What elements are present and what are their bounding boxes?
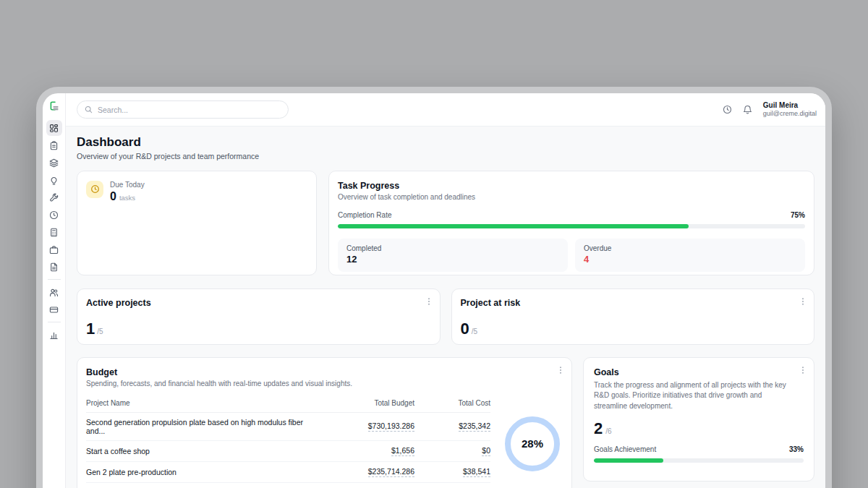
goals-progress-fill xyxy=(594,458,663,463)
page-content: Dashboard Overview of your R&D projects … xyxy=(66,127,825,488)
billing-card-icon xyxy=(49,305,59,314)
project-at-risk-total: /5 xyxy=(472,328,477,335)
app-window: V1.0 Guil Meira guil@creme.digita xyxy=(36,87,832,488)
budget-table-row[interactable]: Start a coffee shop $1,656 $0 xyxy=(86,441,490,462)
tasks-clipboard-icon xyxy=(49,141,59,150)
sidebar-item-portfolio[interactable] xyxy=(46,241,62,257)
completed-label: Completed xyxy=(346,244,559,252)
creme-logo-icon xyxy=(48,100,60,112)
page-header: Dashboard Overview of your R&D projects … xyxy=(77,135,814,160)
completion-rate-value: 75% xyxy=(791,211,805,219)
topbar: Guil Meira guil@creme.digital xyxy=(66,93,825,127)
sidebar-item-calculator[interactable] xyxy=(46,224,62,240)
goals-subtitle: Track the progress and alignment of all … xyxy=(594,380,804,412)
project-name: Second generation propulsion plate based… xyxy=(86,418,320,435)
tools-wrench-icon xyxy=(49,193,59,202)
overdue-stat-box: Overdue 4 xyxy=(575,239,805,272)
goals-total: /6 xyxy=(605,427,611,435)
active-projects-value: 1 xyxy=(86,321,95,337)
project-at-risk-value: 0 xyxy=(461,321,469,337)
main-area: Guil Meira guil@creme.digital Dashboard … xyxy=(66,93,825,488)
goals-card: Goals Track the progress and alignment o… xyxy=(583,357,814,481)
budget-subtitle: Spending, forecasts, and financial healt… xyxy=(86,380,563,388)
goals-achievement-label: Goals Achievement xyxy=(594,445,656,453)
projects-layers-icon xyxy=(49,158,59,168)
sidebar-item-projects[interactable] xyxy=(46,155,62,171)
topbar-actions: Guil Meira guil@creme.digital xyxy=(723,100,817,119)
completion-progress-bar xyxy=(338,224,805,228)
sidebar-divider xyxy=(48,279,61,280)
sidebar-nav xyxy=(46,119,62,343)
budget-table-row[interactable]: Gen 2 plate pre-production $235,714.286 … xyxy=(86,462,490,483)
user-email: guil@creme.digital xyxy=(763,110,817,119)
kebab-menu-icon[interactable] xyxy=(556,365,566,375)
budget-usage-ring: 28% xyxy=(505,416,560,471)
sidebar-item-tools[interactable] xyxy=(46,189,62,205)
col-total-budget: Total Budget xyxy=(374,399,414,407)
sidebar-item-ideas[interactable] xyxy=(46,172,62,188)
kebab-menu-icon[interactable] xyxy=(798,296,808,307)
total-budget-value[interactable]: $730,193.286 xyxy=(368,421,414,432)
goals-progress-bar xyxy=(594,458,804,463)
completed-value: 12 xyxy=(346,254,559,265)
completion-progress-fill xyxy=(338,224,689,228)
history-clock-icon[interactable] xyxy=(723,105,732,114)
sidebar-item-tasks[interactable] xyxy=(46,137,62,153)
sidebar-item-billing[interactable] xyxy=(46,301,62,317)
task-progress-card: Task Progress Overview of task completio… xyxy=(328,171,814,275)
sidebar-item-dashboard[interactable] xyxy=(46,120,62,136)
col-total-cost: Total Cost xyxy=(459,399,490,407)
overdue-value: 4 xyxy=(584,254,796,265)
search-input[interactable] xyxy=(98,106,281,114)
kebab-menu-icon[interactable] xyxy=(424,296,434,307)
budget-card: Budget Spending, forecasts, and financia… xyxy=(77,357,572,488)
task-progress-subtitle: Overview of task completion and deadline… xyxy=(338,193,805,201)
time-clock-icon xyxy=(49,210,59,220)
budget-title: Budget xyxy=(86,367,563,377)
kebab-menu-icon[interactable] xyxy=(798,365,808,375)
due-today-body: Due Today 0 tasks xyxy=(110,181,145,203)
goals-title: Goals xyxy=(594,367,804,377)
dashboard-grid-icon xyxy=(49,124,59,133)
app-window-inner: V1.0 Guil Meira guil@creme.digita xyxy=(43,93,825,488)
project-name: Start a coffee shop xyxy=(86,447,320,455)
col-project-name: Project Name xyxy=(86,399,320,407)
search-box[interactable] xyxy=(77,100,289,119)
page-subtitle: Overview of your R&D projects and team p… xyxy=(77,152,814,160)
active-projects-title: Active projects xyxy=(86,298,431,308)
total-cost-value[interactable]: $0 xyxy=(482,446,490,456)
sidebar-item-reports[interactable] xyxy=(46,327,62,343)
user-menu[interactable]: Guil Meira guil@creme.digital xyxy=(763,100,817,119)
sidebar-item-time[interactable] xyxy=(46,207,62,223)
documents-file-icon xyxy=(49,262,59,272)
project-at-risk-title: Project at risk xyxy=(461,298,806,308)
due-today-card: Due Today 0 tasks xyxy=(77,171,317,275)
budget-table-header: Project Name Total Budget Total Cost xyxy=(86,396,490,413)
budget-table: Project Name Total Budget Total Cost Sec… xyxy=(86,396,490,488)
notifications-bell-icon[interactable] xyxy=(743,105,752,114)
total-budget-value[interactable]: $1,656 xyxy=(391,446,414,456)
reports-chart-icon xyxy=(49,330,59,340)
team-users-icon xyxy=(49,288,59,297)
task-progress-title: Task Progress xyxy=(338,181,805,191)
desktop-background: V1.0 Guil Meira guil@creme.digita xyxy=(0,0,868,488)
budget-table-row[interactable]: Creighton Beryllium mine project $0 $0 xyxy=(86,483,490,488)
total-budget-value[interactable]: $235,714.286 xyxy=(368,467,414,477)
portfolio-briefcase-icon xyxy=(49,245,59,254)
sidebar-item-team[interactable] xyxy=(46,284,62,300)
total-cost-value[interactable]: $38,541 xyxy=(463,467,490,477)
active-projects-card: Active projects 1 /5 xyxy=(77,288,441,345)
goals-achievement-value: 33% xyxy=(789,445,804,453)
overdue-label: Overdue xyxy=(584,244,796,252)
page-title: Dashboard xyxy=(77,135,814,150)
sidebar-divider xyxy=(48,322,61,322)
budget-usage-pct: 28% xyxy=(522,437,543,450)
goals-value: 2 xyxy=(594,421,603,437)
due-today-value: 0 xyxy=(110,190,116,203)
search-icon xyxy=(85,106,93,114)
budget-usage-ring-wrap: 28% xyxy=(502,416,563,488)
project-at-risk-card: Project at risk 0 /5 xyxy=(451,288,815,345)
sidebar-item-documents[interactable] xyxy=(46,259,62,275)
budget-table-row[interactable]: Second generation propulsion plate based… xyxy=(86,413,490,441)
total-cost-value[interactable]: $235,342 xyxy=(459,421,490,432)
